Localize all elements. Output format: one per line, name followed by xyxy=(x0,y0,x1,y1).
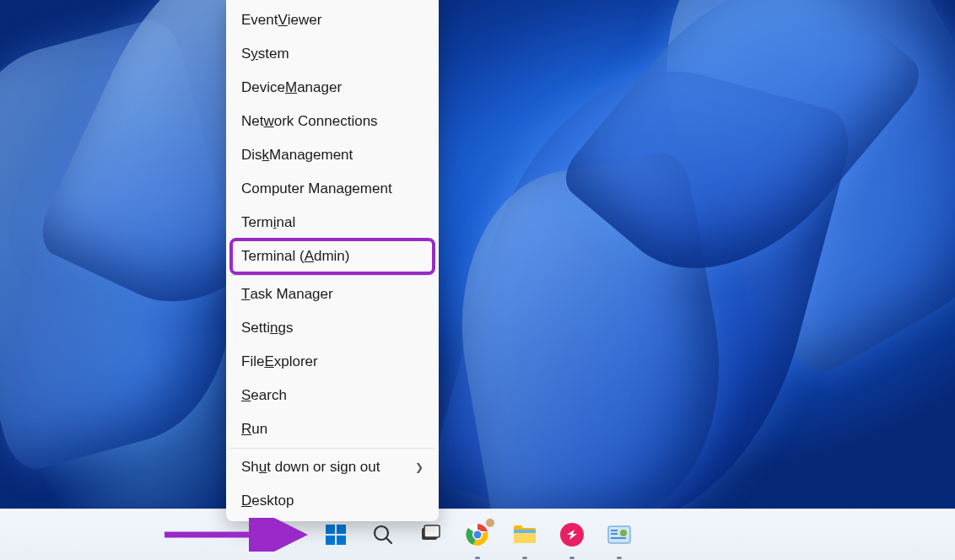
send-anywhere-icon[interactable] xyxy=(556,519,588,551)
menu-item-terminal-admin-[interactable]: Terminal (Admin) xyxy=(229,238,435,275)
menu-item-system[interactable]: System xyxy=(229,37,435,71)
chrome-icon[interactable] xyxy=(461,519,494,551)
svg-line-6 xyxy=(386,538,391,543)
svg-point-18 xyxy=(620,530,627,536)
menu-divider xyxy=(229,275,435,276)
menu-item-computer-management[interactable]: Computer Management xyxy=(229,172,435,206)
menu-item-shut-down-or-sign-out[interactable]: Shut down or sign out❯ xyxy=(229,450,435,484)
menu-divider xyxy=(229,448,435,449)
svg-rect-19 xyxy=(611,537,626,539)
menu-item-search[interactable]: Search xyxy=(229,379,435,412)
svg-rect-1 xyxy=(326,525,335,534)
menu-item-task-manager[interactable]: Task Manager xyxy=(229,277,435,311)
start-button[interactable] xyxy=(320,519,352,551)
menu-item-network-connections[interactable]: Network Connections xyxy=(229,105,435,138)
menu-item-terminal[interactable]: Terminal xyxy=(229,206,435,240)
svg-rect-16 xyxy=(611,530,618,531)
menu-item-event-viewer[interactable]: Event Viewer xyxy=(229,3,435,37)
svg-rect-13 xyxy=(514,530,536,533)
taskbar xyxy=(0,509,955,560)
menu-item-device-manager[interactable]: Device Manager xyxy=(229,71,435,105)
svg-rect-2 xyxy=(337,525,346,534)
menu-item-settings[interactable]: Settings xyxy=(229,311,435,345)
svg-rect-4 xyxy=(337,536,346,545)
svg-rect-8 xyxy=(424,525,440,537)
task-view-icon[interactable] xyxy=(414,519,446,551)
menu-item-run[interactable]: Run xyxy=(229,412,435,446)
svg-rect-17 xyxy=(611,533,618,535)
search-icon[interactable] xyxy=(367,519,399,551)
svg-rect-3 xyxy=(326,536,335,545)
svg-point-11 xyxy=(474,531,482,539)
taskbar-items xyxy=(320,519,635,551)
menu-item-file-explorer[interactable]: File Explorer xyxy=(229,345,435,379)
menu-item-desktop[interactable]: Desktop xyxy=(229,484,435,518)
menu-item-disk-management[interactable]: Disk Management xyxy=(229,138,435,172)
winx-context-menu: Event ViewerSystemDevice ManagerNetwork … xyxy=(226,0,439,521)
control-panel-icon[interactable] xyxy=(603,519,635,551)
file-explorer-icon[interactable] xyxy=(509,519,541,551)
chevron-right-icon: ❯ xyxy=(415,461,424,473)
desktop-wallpaper xyxy=(0,0,955,509)
